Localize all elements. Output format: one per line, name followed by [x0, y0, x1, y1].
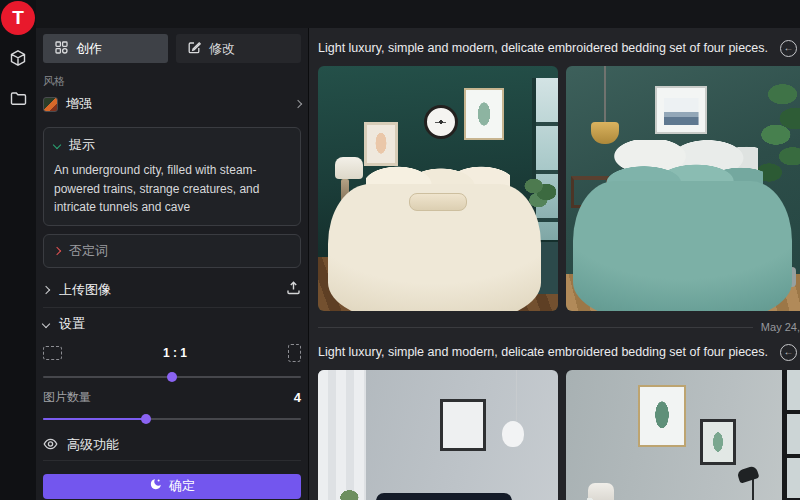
folder-icon	[10, 91, 27, 110]
generated-image-1[interactable]	[318, 66, 558, 311]
negative-box[interactable]: 否定词	[43, 234, 301, 268]
image-count-row: 图片数量 4	[43, 388, 301, 408]
headboard	[376, 493, 513, 500]
upload-label: 上传图像	[59, 281, 276, 299]
generated-image-4[interactable]	[566, 370, 800, 500]
generated-image-2[interactable]	[566, 66, 800, 311]
generation-group-1-header: Light luxury, simple and modern, delicat…	[318, 38, 800, 58]
chevron-right-icon	[42, 286, 50, 294]
cube-icon	[9, 49, 27, 71]
wall-art-leaf-small	[700, 419, 736, 465]
app-window: T	[0, 0, 800, 500]
chevron-down-icon	[42, 320, 50, 328]
mode-tabs: 创作 修改	[43, 34, 301, 63]
chevron-down-icon	[53, 141, 61, 149]
confirm-label: 确定	[169, 477, 195, 495]
top-bar	[36, 0, 800, 28]
app-logo[interactable]: T	[1, 1, 35, 35]
confirm-button[interactable]: 确定	[43, 474, 301, 499]
advanced-features-row[interactable]: 高级功能	[43, 431, 301, 461]
settings-label: 设置	[59, 315, 85, 333]
edit-icon	[188, 41, 201, 57]
eye-icon	[43, 436, 58, 454]
aspect-ratio-control: 1 : 1	[43, 340, 301, 366]
date-label: May 24,	[761, 321, 800, 333]
plant	[335, 483, 371, 500]
generation-feed: Light luxury, simple and modern, delicat…	[310, 28, 800, 500]
tab-modify-label: 修改	[209, 40, 235, 58]
chevron-right-icon	[294, 100, 302, 108]
image-count-label: 图片数量	[43, 389, 91, 406]
rail-item-files[interactable]	[0, 84, 36, 116]
slider-thumb[interactable]	[167, 372, 177, 382]
upload-icon	[286, 280, 301, 299]
moon-sparkle-icon	[149, 478, 162, 494]
pendant-lamp	[502, 421, 524, 447]
cushion	[409, 193, 467, 210]
settings-row[interactable]: 设置	[43, 308, 301, 340]
image-count-slider[interactable]	[43, 413, 301, 425]
negative-label: 否定词	[69, 242, 108, 260]
aspect-ratio-slider[interactable]	[43, 371, 301, 383]
table-lamp	[335, 157, 363, 179]
pendant-cord	[516, 370, 518, 421]
divider-line	[318, 327, 753, 328]
generation-caption: Light luxury, simple and modern, delicat…	[318, 345, 768, 359]
generated-image-3[interactable]	[318, 370, 558, 500]
generation-group-1-images	[318, 66, 800, 311]
chevron-right-icon	[53, 247, 61, 255]
wall-clock	[424, 105, 458, 139]
grid-icon	[55, 41, 68, 57]
control-panel: 创作 修改 风格 增强 提示 An und	[36, 28, 309, 500]
date-divider: May 24,	[318, 318, 800, 336]
prompt-text[interactable]: An underground city, filled with steam-p…	[54, 161, 290, 217]
landscape-ratio-icon[interactable]	[43, 346, 62, 360]
floor-lamp-head	[736, 465, 759, 484]
style-label: 风格	[43, 74, 301, 89]
tab-create-label: 创作	[76, 40, 102, 58]
reuse-prompt-icon[interactable]: ←	[780, 344, 797, 361]
rail-item-models[interactable]	[0, 44, 36, 76]
bed	[573, 181, 791, 311]
tab-modify[interactable]: 修改	[176, 34, 301, 63]
portrait-ratio-icon[interactable]	[288, 344, 301, 362]
upload-image-row[interactable]: 上传图像	[43, 273, 301, 308]
generation-group-2-images	[318, 370, 800, 500]
wall-art-seascape	[655, 86, 707, 134]
generation-group-2-header: Light luxury, simple and modern, delicat…	[318, 342, 800, 362]
curtain	[318, 370, 366, 500]
style-value: 增强	[66, 95, 287, 113]
wall-art	[440, 399, 486, 451]
wall-art-leaf-large	[638, 385, 686, 447]
generation-caption: Light luxury, simple and modern, delicat…	[318, 41, 768, 55]
style-selector[interactable]: 增强	[43, 89, 301, 119]
style-thumbnail-icon	[43, 97, 58, 112]
window	[782, 370, 800, 500]
prompt-box[interactable]: 提示 An underground city, filled with stea…	[43, 127, 301, 226]
floor-lamp-pole	[752, 478, 755, 500]
pendant-cord	[604, 66, 606, 122]
slider-fill	[43, 418, 146, 420]
image-count-value: 4	[294, 390, 301, 405]
advanced-features-label: 高级功能	[67, 436, 119, 454]
reuse-prompt-icon[interactable]: ←	[780, 40, 797, 57]
ratio-value: 1 : 1	[163, 346, 187, 360]
prompt-label: 提示	[69, 136, 95, 154]
wall-art-feather	[364, 122, 398, 166]
slider-thumb[interactable]	[141, 414, 151, 424]
wall-art-leaf	[464, 88, 504, 140]
nav-rail: T	[0, 0, 36, 500]
tab-create[interactable]: 创作	[43, 34, 168, 63]
